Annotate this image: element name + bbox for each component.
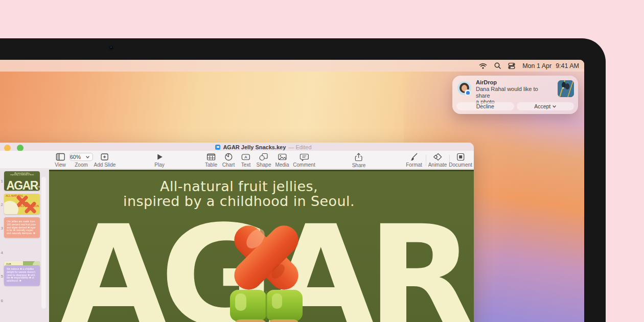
chevron-down-icon: [553, 105, 556, 108]
slide-navigator: 1 All-natural fruit jellies, inspired by…: [0, 170, 49, 322]
facetime-camera: [109, 45, 113, 50]
wifi-icon[interactable]: [479, 63, 487, 69]
table-label: Table: [205, 162, 217, 168]
menu-bar-time: 9:41 AM: [556, 62, 579, 70]
slide-canvas[interactable]: All-natural fruit jellies, inspired by a…: [49, 170, 474, 322]
share-icon: [355, 153, 363, 162]
slide-number: 2: [0, 202, 3, 207]
play-label: Play: [154, 162, 164, 168]
slide-number: 5: [0, 274, 3, 279]
notification-title: AirDrop: [476, 79, 553, 85]
table-button[interactable]: Table: [205, 153, 217, 168]
text-button[interactable]: A Text: [241, 153, 250, 168]
document-button[interactable]: Document: [449, 153, 472, 168]
control-center-icon[interactable]: [508, 63, 515, 69]
chart-label: Chart: [222, 162, 235, 168]
table-icon: [206, 153, 216, 161]
comment-icon: [300, 153, 309, 161]
slide-thumbnail-3[interactable]: Our jellies are made from 100 percent re…: [4, 217, 40, 238]
svg-text:A: A: [244, 155, 247, 159]
comment-label: Comment: [293, 162, 315, 168]
share-button[interactable]: Share: [352, 153, 366, 168]
zoom-label: Zoom: [70, 162, 93, 168]
window-titlebar[interactable]: AGAR Jelly Snacks.key — Edited: [0, 143, 474, 151]
slide-number: 6: [0, 298, 3, 303]
airdrop-badge-icon: [465, 89, 471, 96]
document-label: Document: [449, 162, 472, 168]
thumb2-text-bottom: ALL-DELICIOUS: [19, 205, 40, 208]
media-button[interactable]: Media: [275, 153, 289, 168]
headline-line-1: All-natural fruit jellies,: [49, 179, 451, 194]
slide-thumbnail-2[interactable]: ALL-NATURAL ALL-DELICIOUS: [4, 194, 40, 214]
slide-number: 3: [0, 226, 3, 231]
play-button[interactable]: Play: [154, 153, 164, 168]
decline-button[interactable]: Decline: [456, 102, 514, 110]
share-label: Share: [352, 163, 366, 168]
media-label: Media: [275, 162, 289, 168]
shape-label: Shape: [257, 162, 271, 168]
sidebar-scrollbar[interactable]: [41, 177, 46, 309]
decline-label: Decline: [476, 103, 494, 109]
document-title: AGAR Jelly Snacks.key: [223, 144, 286, 150]
comment-button[interactable]: Comment: [293, 153, 315, 168]
accept-button[interactable]: Accept: [517, 102, 574, 110]
jelly-green-cubes: [230, 290, 303, 321]
menu-bar-date: Mon 1 Apr: [522, 62, 551, 70]
slide-thumbnail-5[interactable]: We believe ✱ a childlike delight for swe…: [4, 265, 40, 286]
window-title: AGAR Jelly Snacks.key — Edited: [22, 144, 474, 150]
keynote-window: AGAR Jelly Snacks.key — Edited View 60% …: [0, 143, 474, 322]
play-icon: [156, 153, 163, 161]
add-slide-icon: [100, 153, 109, 161]
animate-icon: [433, 153, 442, 161]
format-button[interactable]: Format: [406, 153, 422, 168]
toolbar-separator: [426, 155, 426, 166]
slide-number: 1: [0, 179, 3, 183]
chart-button[interactable]: Chart: [222, 153, 235, 168]
notification-message-line1: Dana Rahal would like to share: [476, 86, 553, 99]
shape-icon: [259, 153, 268, 161]
thumb1-big-text: AGAR: [4, 180, 40, 191]
media-icon: [278, 153, 287, 161]
keynote-app-icon: [215, 145, 220, 150]
airdrop-notification[interactable]: AirDrop Dana Rahal would like to share a…: [452, 76, 578, 114]
jelly-x: [228, 220, 304, 295]
zoom-control[interactable]: 60% Zoom: [70, 153, 93, 168]
jelly-stack-graphic: [225, 218, 308, 322]
sidebar-view-icon: [56, 153, 65, 161]
thumb5-text: We believe ✱ a childlike delight for swe…: [7, 268, 38, 282]
text-icon: A: [241, 153, 250, 161]
keynote-toolbar: View 60% Zoom Add Slide Play: [0, 151, 474, 169]
animate-button[interactable]: Animate: [428, 153, 447, 168]
view-button[interactable]: View: [55, 153, 66, 168]
slide-number: 4: [0, 250, 3, 255]
thumb3-text: Our jellies are made from 100 percent re…: [7, 220, 38, 235]
thumb1-corner-left: JELLY: [9, 187, 13, 188]
search-icon[interactable]: [494, 62, 501, 69]
shared-photo-thumbnail: [558, 80, 574, 97]
format-icon: [409, 153, 418, 161]
accept-label: Accept: [534, 103, 550, 109]
thumb2-text-top: ALL-NATURAL: [6, 195, 40, 198]
menu-bar: Mon 1 Apr 9:41 AM: [0, 60, 584, 72]
document-icon: [456, 153, 465, 161]
add-slide-label: Add Slide: [94, 162, 116, 168]
mac-screen: Mon 1 Apr 9:41 AM AirDrop Dana Rahal wou…: [0, 60, 584, 322]
format-label: Format: [406, 162, 422, 168]
menu-bar-clock[interactable]: Mon 1 Apr 9:41 AM: [522, 62, 579, 70]
zoom-value: 60%: [70, 154, 81, 160]
edited-status: — Edited: [288, 144, 311, 150]
zoom-chevron-icon: [86, 156, 89, 158]
slide-thumbnail-1[interactable]: All-natural fruit jellies, inspired by a…: [4, 171, 40, 191]
add-slide-button[interactable]: Add Slide: [94, 153, 116, 168]
shape-button[interactable]: Shape: [257, 153, 271, 168]
animate-label: Animate: [428, 162, 447, 168]
chart-icon: [224, 153, 233, 161]
mac-display-bezel: Mon 1 Apr 9:41 AM AirDrop Dana Rahal wou…: [0, 38, 606, 322]
view-label: View: [55, 162, 66, 168]
thumb1-headline2: inspired by a childhood in Seoul.: [10, 174, 34, 176]
text-label: Text: [241, 162, 250, 168]
thumb1-corner-right: SNACK: [37, 187, 40, 188]
